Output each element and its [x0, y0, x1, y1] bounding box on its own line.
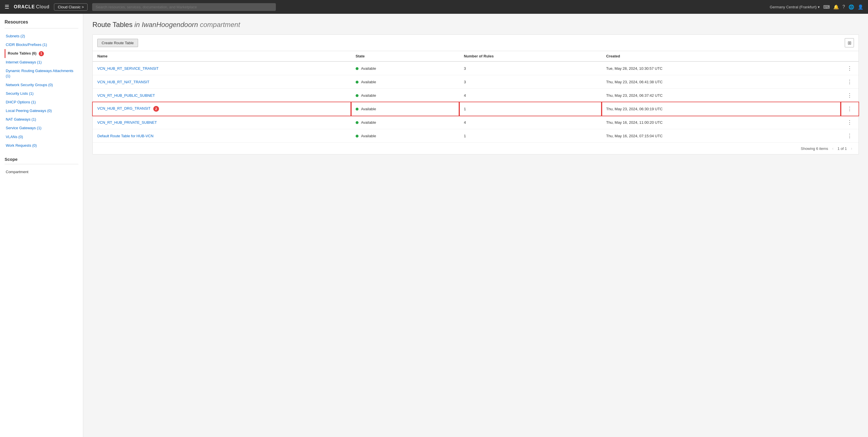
sidebar-item-dhcp[interactable]: DHCP Options (1): [5, 98, 79, 106]
row-actions-menu[interactable]: ⋮: [845, 92, 854, 99]
row-name-cell: VCN_RT_HUB_PUBLIC_SUBNET: [93, 89, 351, 102]
sidebar-item-work-requests[interactable]: Work Requests (0): [5, 141, 79, 150]
pagination-bar: Showing 6 items ‹ 1 of 1 ›: [93, 143, 859, 154]
row-menu-cell: ⋮: [841, 116, 859, 129]
col-actions: [841, 51, 859, 61]
status-text: Available: [361, 120, 376, 125]
route-table-link-4[interactable]: VCN_HUB_RT_DRG_TRANSIT: [97, 106, 150, 111]
row-rules-cell: 1: [459, 129, 601, 143]
row-actions-menu[interactable]: ⋮: [845, 78, 854, 86]
cloud-classic-button[interactable]: Cloud Classic >: [54, 3, 88, 11]
sidebar: Resources Subnets (2) CIDR Blocks/Prefix…: [0, 14, 83, 437]
row-name-cell: VCN_HUB_RT_SERVICE_TRANSIT: [93, 61, 351, 75]
sidebar-item-security-lists[interactable]: Security Lists (1): [5, 89, 79, 98]
route-table-link-1[interactable]: VCN_HUB_RT_SERVICE_TRANSIT: [97, 66, 158, 71]
status-text: Available: [361, 93, 376, 98]
col-name: Name: [93, 51, 351, 61]
row-name-cell: VCN_RT_HUB_PRIVATE_SUBNET: [93, 116, 351, 129]
panel-toolbar: Create Route Table ⊞: [93, 35, 859, 51]
route-table-link-6[interactable]: Default Route Table for HUB-VCN: [97, 134, 154, 138]
sidebar-item-vlans[interactable]: VLANs (0): [5, 133, 79, 141]
sidebar-item-drg-attachments[interactable]: Dynamic Routing Gateways Attachments (1): [5, 67, 79, 81]
content-panel: Create Route Table ⊞ Name State Number o…: [92, 34, 859, 154]
route-table-link-2[interactable]: VCN_HUB_RT_NAT_TRANSIT: [97, 80, 150, 84]
help-icon[interactable]: ?: [842, 4, 845, 9]
col-rules: Number of Rules: [459, 51, 601, 61]
table-row: Default Route Table for HUB-VCN Availabl…: [93, 129, 859, 143]
row-state-cell: Available: [351, 116, 459, 129]
sidebar-item-internet-gateways[interactable]: Internet Gateways (1): [5, 58, 79, 67]
row-actions-menu[interactable]: ⋮: [845, 119, 854, 126]
row-name-cell: VCN_HUB_RT_DRG_TRANSIT 2: [93, 102, 351, 116]
code-icon[interactable]: ⌨: [823, 4, 830, 10]
status-dot-available: [355, 135, 359, 137]
status-dot-available: [355, 67, 359, 70]
table-row: VCN_HUB_RT_NAT_TRANSIT Available 3 Thu, …: [93, 75, 859, 89]
row-menu-cell: ⋮: [841, 89, 859, 102]
sidebar-item-local-peering[interactable]: Local Peering Gateways (0): [5, 106, 79, 115]
route-tables-badge: 1: [39, 51, 44, 56]
row-state-cell: Available: [351, 61, 459, 75]
col-state: State: [351, 51, 459, 61]
hamburger-icon[interactable]: ☰: [5, 4, 9, 10]
status-dot-available: [355, 121, 359, 124]
status-text: Available: [361, 66, 376, 71]
row-rules-cell: 3: [459, 61, 601, 75]
row-rules-cell: 4: [459, 116, 601, 129]
page-title: Route Tables in IwanHoogendoorn compartm…: [92, 21, 859, 29]
row-rules-cell: 1: [459, 102, 601, 116]
annotation-badge-2: 2: [153, 106, 159, 112]
sidebar-item-route-tables[interactable]: Route Tables (6) 1: [5, 49, 79, 58]
sidebar-scope-title: Scope: [5, 157, 79, 162]
row-state-cell: Available: [351, 89, 459, 102]
table-row: VCN_RT_HUB_PRIVATE_SUBNET Available 4 Th…: [93, 116, 859, 129]
row-state-cell: Available: [351, 129, 459, 143]
prev-page-button[interactable]: ‹: [830, 146, 835, 151]
topnav-right-section: Germany Central (Frankfurt) ▾ ⌨ 🔔 ? 🌐 👤: [770, 4, 863, 10]
route-table-link-5[interactable]: VCN_RT_HUB_PRIVATE_SUBNET: [97, 120, 157, 125]
table-header-row: Name State Number of Rules Created: [93, 51, 859, 61]
showing-items-text: Showing 6 items: [801, 147, 828, 151]
grid-icon: ⊞: [848, 40, 851, 45]
status-dot-available: [355, 108, 359, 111]
region-selector[interactable]: Germany Central (Frankfurt) ▾: [770, 5, 820, 9]
table-row-highlighted: VCN_HUB_RT_DRG_TRANSIT 2 Available 1 Thu…: [93, 102, 859, 116]
sidebar-item-service-gateways[interactable]: Service Gateways (1): [5, 124, 79, 132]
page-layout: Resources Subnets (2) CIDR Blocks/Prefix…: [0, 14, 868, 437]
row-actions-menu[interactable]: ⋮: [845, 105, 854, 113]
status-text: Available: [361, 107, 376, 111]
sidebar-item-subnets[interactable]: Subnets (2): [5, 32, 79, 40]
row-created-cell: Thu, May 16, 2024, 07:15:04 UTC: [601, 129, 841, 143]
oracle-logo: ORACLE Cloud: [14, 4, 50, 9]
table-row: VCN_HUB_RT_SERVICE_TRANSIT Available 3 T…: [93, 61, 859, 75]
sidebar-resources-title: Resources: [5, 20, 79, 25]
row-state-cell: Available: [351, 102, 459, 116]
grid-toggle-button[interactable]: ⊞: [845, 38, 854, 48]
row-menu-cell: ⋮: [841, 75, 859, 89]
col-created: Created: [601, 51, 841, 61]
page-info-text: 1 of 1: [838, 147, 847, 151]
status-text: Available: [361, 134, 376, 138]
status-dot-available: [355, 94, 359, 97]
oracle-logo-text: ORACLE: [14, 4, 35, 9]
sidebar-item-cidr[interactable]: CIDR Blocks/Prefixes (1): [5, 40, 79, 49]
row-created-cell: Thu, May 23, 2024, 06:37:42 UTC: [601, 89, 841, 102]
row-actions-menu[interactable]: ⋮: [845, 65, 854, 72]
row-created-cell: Thu, May 23, 2024, 06:41:38 UTC: [601, 75, 841, 89]
row-actions-menu[interactable]: ⋮: [845, 132, 854, 139]
bell-icon[interactable]: 🔔: [833, 4, 839, 10]
globe-icon[interactable]: 🌐: [848, 4, 854, 10]
row-menu-cell: ⋮: [841, 102, 859, 116]
page-title-compartment: compartment: [200, 21, 240, 28]
search-input[interactable]: [92, 3, 276, 11]
route-tables-table: Name State Number of Rules Created VCN_H…: [93, 51, 859, 143]
route-table-link-3[interactable]: VCN_RT_HUB_PUBLIC_SUBNET: [97, 93, 155, 98]
create-route-table-button[interactable]: Create Route Table: [97, 39, 138, 47]
next-page-button[interactable]: ›: [849, 146, 854, 151]
chevron-down-icon: ▾: [818, 5, 820, 9]
row-created-cell: Tue, May 28, 2024, 10:30:57 UTC: [601, 61, 841, 75]
row-name-cell: Default Route Table for HUB-VCN: [93, 129, 351, 143]
sidebar-item-nat-gateways[interactable]: NAT Gateways (1): [5, 115, 79, 124]
user-icon[interactable]: 👤: [858, 4, 863, 10]
sidebar-item-nsg[interactable]: Network Security Groups (0): [5, 81, 79, 89]
